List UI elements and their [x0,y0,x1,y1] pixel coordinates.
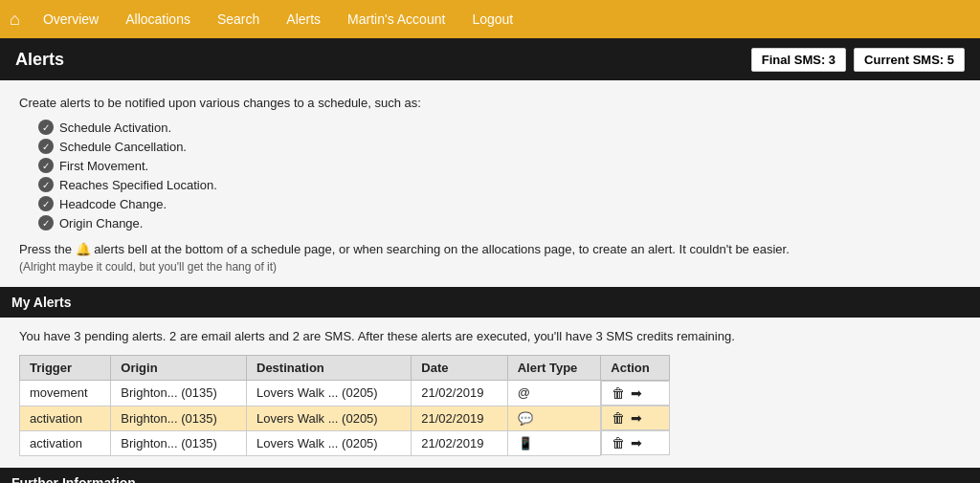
cell-alert-type: @ [507,381,601,406]
delete-icon[interactable]: 🗑 [612,410,625,426]
intro-description: Create alerts to be notified upon variou… [19,96,961,110]
cell-destination: Lovers Walk ... (0205) [247,381,412,406]
go-icon[interactable]: ➡ [631,385,642,401]
list-item-label: Origin Change. [59,216,143,231]
final-sms-value: 3 [829,53,835,67]
check-icon: ✓ [38,120,54,135]
table-row: movementBrighton... (0135)Lovers Walk ..… [20,381,670,406]
pending-alerts-text: You have 3 pending alerts. 2 are email a… [19,329,961,343]
cell-alert-type: 💬 [507,406,601,430]
list-item-label: Schedule Cancellation. [59,140,187,154]
list-item-label: Schedule Activation. [59,121,171,135]
cell-action: 🗑➡ [601,430,669,455]
list-item: ✓ Schedule Activation. [38,120,961,135]
current-sms-label: Current SMS: [864,53,944,67]
list-item: ✓ Schedule Cancellation. [38,139,961,154]
my-alerts-title: My Alerts [11,295,72,310]
nav-overview[interactable]: Overview [30,0,112,38]
home-icon[interactable]: ⌂ [10,10,30,30]
col-action: Action [601,356,670,381]
col-date: Date [412,356,507,381]
table-row: activationBrighton... (0135)Lovers Walk … [20,406,670,430]
cell-action: 🗑➡ [601,381,669,406]
list-item-label: Reaches Specified Location. [59,178,217,192]
press-note: Press the 🔔 alerts bell at the bottom of… [19,242,961,256]
cell-trigger: movement [20,381,111,406]
main-content: Create alerts to be notified upon variou… [0,80,980,483]
bell-icon: 🔔 [76,242,91,256]
further-information-title: Further Information [11,475,136,484]
page-title: Alerts [15,50,64,70]
list-item: ✓ First Movement. [38,158,961,173]
my-alerts-section-header: My Alerts [0,287,980,318]
nav-allocations[interactable]: Allocations [112,0,204,38]
cell-date: 21/02/2019 [412,406,507,430]
go-icon[interactable]: ➡ [631,410,642,426]
list-item-label: First Movement. [59,159,148,173]
cell-origin: Brighton... (0135) [111,381,247,406]
current-sms-badge: Current SMS: 5 [854,48,965,72]
check-icon: ✓ [38,196,54,211]
table-row: activationBrighton... (0135)Lovers Walk … [20,430,670,455]
navigation: ⌂ Overview Allocations Search Alerts Mar… [0,0,980,38]
nav-account[interactable]: Martin's Account [334,0,458,38]
list-item: ✓ Headcode Change. [38,196,961,211]
cell-origin: Brighton... (0135) [111,430,247,455]
nav-search[interactable]: Search [204,0,273,38]
sms-badges: Final SMS: 3 Current SMS: 5 [751,48,965,72]
list-item: ✓ Origin Change. [38,215,961,231]
nav-alerts[interactable]: Alerts [273,0,334,38]
current-sms-value: 5 [947,53,954,67]
cell-date: 21/02/2019 [412,381,507,406]
alerts-table: Trigger Origin Destination Date Alert Ty… [19,355,670,456]
alert-features-list: ✓ Schedule Activation. ✓ Schedule Cancel… [38,120,961,231]
further-information-section-header: Further Information [0,468,980,484]
cell-destination: Lovers Walk ... (0205) [247,430,412,455]
cell-action: 🗑➡ [601,406,669,430]
col-destination: Destination [247,356,412,381]
check-icon: ✓ [38,215,54,231]
col-trigger: Trigger [20,356,111,381]
list-item-label: Headcode Change. [59,197,167,211]
final-sms-label: Final SMS: [762,53,825,67]
check-icon: ✓ [38,158,54,173]
cell-origin: Brighton... (0135) [111,406,247,430]
delete-icon[interactable]: 🗑 [612,385,625,401]
check-icon: ✓ [38,177,54,192]
nav-logout[interactable]: Logout [458,0,526,38]
cell-destination: Lovers Walk ... (0205) [247,406,412,430]
cell-trigger: activation [20,406,111,430]
cell-date: 21/02/2019 [412,430,507,455]
col-origin: Origin [111,356,247,381]
go-icon[interactable]: ➡ [631,435,642,450]
check-icon: ✓ [38,139,54,154]
page-header: Alerts Final SMS: 3 Current SMS: 5 [0,38,980,80]
final-sms-badge: Final SMS: 3 [751,48,846,72]
cell-trigger: activation [20,430,111,455]
cell-alert-type: 📱 [507,430,601,455]
list-item: ✓ Reaches Specified Location. [38,177,961,192]
table-header-row: Trigger Origin Destination Date Alert Ty… [20,356,670,381]
col-alert-type: Alert Type [507,356,601,381]
press-note-sub: (Alright maybe it could, but you'll get … [19,260,961,274]
delete-icon[interactable]: 🗑 [612,435,625,450]
